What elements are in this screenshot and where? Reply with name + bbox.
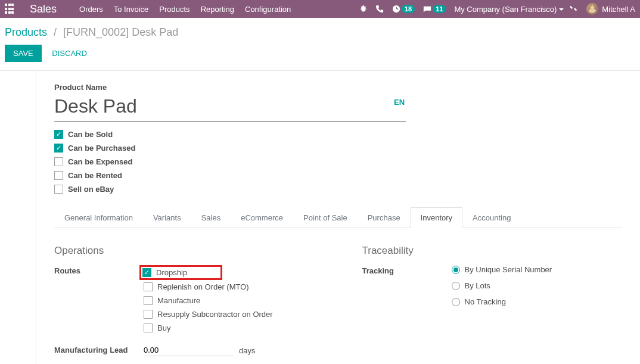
radio-icon[interactable] xyxy=(452,282,460,290)
chevron-down-icon xyxy=(559,8,564,11)
chat-icon[interactable]: 11 xyxy=(423,5,446,13)
user-menu[interactable]: Mitchell A xyxy=(586,3,635,15)
traceability-title: Traceability xyxy=(362,245,623,257)
company-switcher[interactable]: My Company (San Francisco) xyxy=(454,5,564,14)
radio-icon[interactable] xyxy=(452,266,460,274)
checkbox-icon[interactable] xyxy=(54,157,63,166)
form-area: Product Name EN Can be Sold Can be Purch… xyxy=(36,71,640,364)
product-name-input[interactable] xyxy=(54,94,406,122)
nav-configuration[interactable]: Configuration xyxy=(245,5,291,14)
tab-accounting[interactable]: Accounting xyxy=(462,207,521,228)
checkbox-icon[interactable] xyxy=(54,130,63,139)
breadcrumb-root[interactable]: Products xyxy=(5,26,47,38)
checkbox-icon[interactable] xyxy=(54,144,63,153)
tracking-serial[interactable]: By Unique Serial Number xyxy=(452,265,623,274)
checkbox-icon[interactable] xyxy=(144,323,153,332)
discard-button[interactable]: DISCARD xyxy=(49,45,89,62)
route-dropship[interactable]: Dropship xyxy=(142,268,187,277)
tracking-label: Tracking xyxy=(362,265,452,275)
product-options: Can be Sold Can be Purchased Can be Expe… xyxy=(54,130,622,194)
bug-icon[interactable] xyxy=(359,5,367,13)
activity-badge: 18 xyxy=(402,5,415,13)
check-sell-on-ebay[interactable]: Sell on eBay xyxy=(54,185,622,194)
brand[interactable]: Sales xyxy=(30,3,57,15)
nav-products[interactable]: Products xyxy=(159,5,189,14)
breadcrumb-current: [FURN_0002] Desk Pad xyxy=(63,26,178,38)
apps-icon[interactable] xyxy=(5,4,15,14)
tab-point-of-sale[interactable]: Point of Sale xyxy=(293,207,358,228)
tracking-none[interactable]: No Tracking xyxy=(452,297,623,306)
nav-reporting[interactable]: Reporting xyxy=(201,5,234,14)
check-can-be-purchased[interactable]: Can be Purchased xyxy=(54,144,622,153)
mfg-lead-input[interactable] xyxy=(144,344,233,356)
tab-variants[interactable]: Variants xyxy=(143,207,191,228)
tab-content-inventory: Operations Routes Dropship Replenish on … xyxy=(54,228,622,360)
breadcrumb-sep: / xyxy=(54,26,57,38)
checkbox-icon[interactable] xyxy=(142,268,151,277)
route-buy[interactable]: Buy xyxy=(144,323,315,332)
route-manufacture[interactable]: Manufacture xyxy=(144,296,315,305)
route-replenish-mto[interactable]: Replenish on Order (MTO) xyxy=(144,282,315,291)
tab-general-information[interactable]: General Information xyxy=(54,207,143,228)
tabs: General Information Variants Sales eComm… xyxy=(54,207,622,228)
user-name: Mitchell A xyxy=(602,5,635,14)
tab-sales[interactable]: Sales xyxy=(191,207,231,228)
checkbox-icon[interactable] xyxy=(54,171,63,180)
topbar: Sales Orders To Invoice Products Reporti… xyxy=(0,0,640,18)
route-resupply-subcontractor[interactable]: Resupply Subcontractor on Order xyxy=(144,310,315,319)
breadcrumb: Products / [FURN_0002] Desk Pad xyxy=(0,18,640,45)
checkbox-icon[interactable] xyxy=(144,296,153,305)
tab-ecommerce[interactable]: eCommerce xyxy=(231,207,293,228)
section-traceability: Traceability Tracking By Unique Serial N… xyxy=(362,245,623,360)
operations-title: Operations xyxy=(54,245,315,257)
radio-icon[interactable] xyxy=(452,298,460,306)
phone-icon[interactable] xyxy=(375,5,384,13)
product-name-label: Product Name xyxy=(54,83,622,92)
check-can-be-expensed[interactable]: Can be Expensed xyxy=(54,157,622,166)
action-bar: SAVE DISCARD xyxy=(0,45,640,71)
check-can-be-sold[interactable]: Can be Sold xyxy=(54,130,622,139)
tools-icon[interactable] xyxy=(570,5,578,13)
chat-badge: 11 xyxy=(433,5,446,13)
check-can-be-rented[interactable]: Can be Rented xyxy=(54,171,622,180)
activity-icon[interactable]: 18 xyxy=(392,5,415,13)
checkbox-icon[interactable] xyxy=(144,282,153,291)
nav-to-invoice[interactable]: To Invoice xyxy=(114,5,149,14)
save-button[interactable]: SAVE xyxy=(5,45,42,62)
checkbox-icon[interactable] xyxy=(54,185,63,194)
tracking-lots[interactable]: By Lots xyxy=(452,281,623,290)
checkbox-icon[interactable] xyxy=(144,310,153,319)
mfg-lead-label: Manufacturing Lead xyxy=(54,344,144,354)
tab-purchase[interactable]: Purchase xyxy=(358,207,411,228)
lang-button[interactable]: EN xyxy=(394,98,405,107)
mfg-lead-unit: days xyxy=(239,346,255,355)
routes-label: Routes xyxy=(54,265,144,275)
route-dropship-highlight: Dropship xyxy=(139,265,222,280)
tab-inventory[interactable]: Inventory xyxy=(411,207,462,228)
nav-orders[interactable]: Orders xyxy=(79,5,103,14)
avatar xyxy=(586,3,598,15)
section-operations: Operations Routes Dropship Replenish on … xyxy=(54,245,315,360)
